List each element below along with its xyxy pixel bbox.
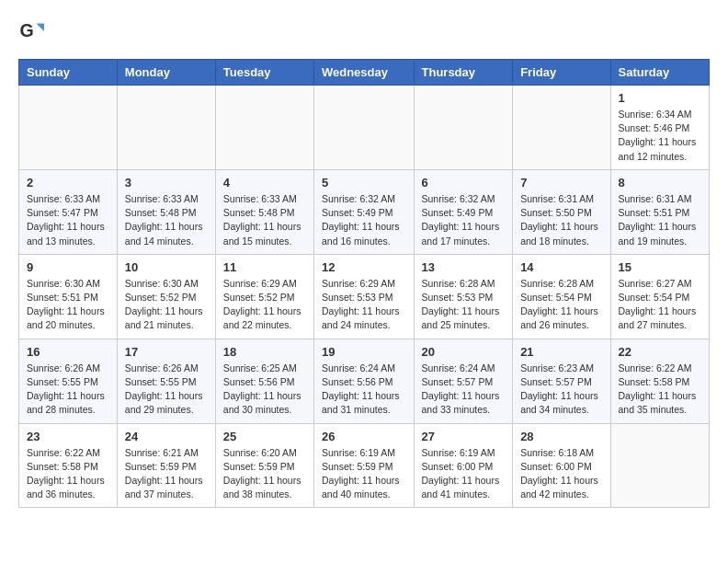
day-info: Sunrise: 6:27 AM Sunset: 5:54 PM Dayligh… [619, 277, 701, 333]
day-info: Sunrise: 6:19 AM Sunset: 5:59 PM Dayligh… [322, 446, 406, 502]
svg-text:G: G [19, 20, 33, 40]
calendar-cell [117, 86, 215, 170]
weekday-header-row: SundayMondayTuesdayWednesdayThursdayFrid… [19, 60, 710, 86]
svg-marker-1 [37, 24, 44, 31]
day-info: Sunrise: 6:18 AM Sunset: 6:00 PM Dayligh… [520, 446, 602, 502]
calendar-cell: 7Sunrise: 6:31 AM Sunset: 5:50 PM Daylig… [513, 169, 610, 254]
calendar-cell: 24Sunrise: 6:21 AM Sunset: 5:59 PM Dayli… [117, 423, 215, 508]
day-info: Sunrise: 6:20 AM Sunset: 5:59 PM Dayligh… [223, 446, 306, 502]
day-info: Sunrise: 6:30 AM Sunset: 5:51 PM Dayligh… [27, 277, 109, 333]
day-info: Sunrise: 6:29 AM Sunset: 5:53 PM Dayligh… [322, 277, 406, 333]
day-number: 8 [619, 176, 701, 190]
week-row-1: 1Sunrise: 6:34 AM Sunset: 5:46 PM Daylig… [19, 86, 710, 170]
day-number: 13 [422, 260, 506, 274]
calendar-cell [215, 86, 313, 170]
weekday-header-wednesday: Wednesday [313, 60, 414, 86]
day-number: 28 [520, 430, 602, 443]
day-info: Sunrise: 6:21 AM Sunset: 5:59 PM Dayligh… [125, 446, 208, 502]
calendar-cell: 19Sunrise: 6:24 AM Sunset: 5:56 PM Dayli… [313, 339, 414, 423]
calendar-cell: 25Sunrise: 6:20 AM Sunset: 5:59 PM Dayli… [215, 423, 313, 508]
day-number: 18 [223, 345, 306, 359]
day-number: 20 [422, 345, 506, 359]
day-number: 5 [322, 176, 406, 190]
calendar-cell: 5Sunrise: 6:32 AM Sunset: 5:49 PM Daylig… [313, 169, 414, 254]
day-number: 14 [520, 260, 602, 274]
day-number: 19 [322, 345, 406, 359]
day-number: 6 [422, 176, 506, 190]
day-info: Sunrise: 6:25 AM Sunset: 5:56 PM Dayligh… [223, 362, 306, 418]
week-row-5: 23Sunrise: 6:22 AM Sunset: 5:58 PM Dayli… [19, 423, 710, 508]
day-info: Sunrise: 6:33 AM Sunset: 5:47 PM Dayligh… [27, 192, 109, 248]
day-number: 15 [619, 260, 701, 274]
calendar-cell [414, 86, 513, 170]
calendar-cell: 16Sunrise: 6:26 AM Sunset: 5:55 PM Dayli… [19, 339, 118, 423]
calendar-cell: 1Sunrise: 6:34 AM Sunset: 5:46 PM Daylig… [610, 86, 709, 170]
calendar-cell [610, 423, 709, 508]
day-number: 2 [27, 176, 109, 190]
logo: G [18, 18, 48, 44]
day-info: Sunrise: 6:26 AM Sunset: 5:55 PM Dayligh… [125, 362, 208, 418]
day-number: 17 [125, 345, 208, 359]
day-info: Sunrise: 6:32 AM Sunset: 5:49 PM Dayligh… [422, 192, 506, 248]
calendar-cell: 6Sunrise: 6:32 AM Sunset: 5:49 PM Daylig… [414, 169, 513, 254]
calendar-cell: 15Sunrise: 6:27 AM Sunset: 5:54 PM Dayli… [610, 254, 709, 339]
calendar-cell: 21Sunrise: 6:23 AM Sunset: 5:57 PM Dayli… [513, 339, 610, 423]
calendar-cell: 8Sunrise: 6:31 AM Sunset: 5:51 PM Daylig… [610, 169, 709, 254]
day-info: Sunrise: 6:34 AM Sunset: 5:46 PM Dayligh… [619, 108, 701, 164]
calendar-cell: 10Sunrise: 6:30 AM Sunset: 5:52 PM Dayli… [117, 254, 215, 339]
calendar-cell: 4Sunrise: 6:33 AM Sunset: 5:48 PM Daylig… [215, 169, 313, 254]
day-info: Sunrise: 6:33 AM Sunset: 5:48 PM Dayligh… [125, 192, 208, 248]
day-info: Sunrise: 6:26 AM Sunset: 5:55 PM Dayligh… [27, 362, 109, 418]
day-number: 22 [619, 345, 701, 359]
calendar-cell [513, 86, 610, 170]
day-info: Sunrise: 6:22 AM Sunset: 5:58 PM Dayligh… [27, 446, 109, 502]
day-info: Sunrise: 6:31 AM Sunset: 5:50 PM Dayligh… [520, 192, 602, 248]
calendar-cell: 23Sunrise: 6:22 AM Sunset: 5:58 PM Dayli… [19, 423, 118, 508]
weekday-header-tuesday: Tuesday [215, 60, 313, 86]
weekday-header-thursday: Thursday [414, 60, 513, 86]
day-info: Sunrise: 6:32 AM Sunset: 5:49 PM Dayligh… [322, 192, 406, 248]
calendar-cell: 13Sunrise: 6:28 AM Sunset: 5:53 PM Dayli… [414, 254, 513, 339]
calendar-cell: 14Sunrise: 6:28 AM Sunset: 5:54 PM Dayli… [513, 254, 610, 339]
page-header: G [18, 18, 710, 44]
day-number: 23 [27, 430, 109, 443]
day-info: Sunrise: 6:31 AM Sunset: 5:51 PM Dayligh… [619, 192, 701, 248]
calendar-cell: 22Sunrise: 6:22 AM Sunset: 5:58 PM Dayli… [610, 339, 709, 423]
calendar-cell: 12Sunrise: 6:29 AM Sunset: 5:53 PM Dayli… [313, 254, 414, 339]
day-number: 24 [125, 430, 208, 443]
day-number: 3 [125, 176, 208, 190]
calendar-cell: 3Sunrise: 6:33 AM Sunset: 5:48 PM Daylig… [117, 169, 215, 254]
day-number: 1 [619, 91, 701, 105]
calendar-cell [19, 86, 118, 170]
day-info: Sunrise: 6:19 AM Sunset: 6:00 PM Dayligh… [422, 446, 506, 502]
day-info: Sunrise: 6:29 AM Sunset: 5:52 PM Dayligh… [223, 277, 306, 333]
week-row-2: 2Sunrise: 6:33 AM Sunset: 5:47 PM Daylig… [19, 169, 710, 254]
day-number: 10 [125, 260, 208, 274]
day-info: Sunrise: 6:23 AM Sunset: 5:57 PM Dayligh… [520, 362, 602, 418]
logo-icon: G [18, 18, 44, 44]
weekday-header-saturday: Saturday [610, 60, 709, 86]
day-number: 27 [422, 430, 506, 443]
weekday-header-sunday: Sunday [19, 60, 118, 86]
day-info: Sunrise: 6:28 AM Sunset: 5:54 PM Dayligh… [520, 277, 602, 333]
day-info: Sunrise: 6:24 AM Sunset: 5:57 PM Dayligh… [422, 362, 506, 418]
day-number: 26 [322, 430, 406, 443]
calendar-cell: 20Sunrise: 6:24 AM Sunset: 5:57 PM Dayli… [414, 339, 513, 423]
calendar-cell: 28Sunrise: 6:18 AM Sunset: 6:00 PM Dayli… [513, 423, 610, 508]
calendar-cell: 27Sunrise: 6:19 AM Sunset: 6:00 PM Dayli… [414, 423, 513, 508]
day-info: Sunrise: 6:30 AM Sunset: 5:52 PM Dayligh… [125, 277, 208, 333]
calendar-cell: 9Sunrise: 6:30 AM Sunset: 5:51 PM Daylig… [19, 254, 118, 339]
day-number: 4 [223, 176, 306, 190]
day-number: 11 [223, 260, 306, 274]
calendar-cell: 2Sunrise: 6:33 AM Sunset: 5:47 PM Daylig… [19, 169, 118, 254]
calendar-cell: 11Sunrise: 6:29 AM Sunset: 5:52 PM Dayli… [215, 254, 313, 339]
day-info: Sunrise: 6:33 AM Sunset: 5:48 PM Dayligh… [223, 192, 306, 248]
calendar-cell: 26Sunrise: 6:19 AM Sunset: 5:59 PM Dayli… [313, 423, 414, 508]
day-number: 21 [520, 345, 602, 359]
day-info: Sunrise: 6:28 AM Sunset: 5:53 PM Dayligh… [422, 277, 506, 333]
day-number: 25 [223, 430, 306, 443]
day-number: 16 [27, 345, 109, 359]
day-number: 12 [322, 260, 406, 274]
weekday-header-monday: Monday [117, 60, 215, 86]
weekday-header-friday: Friday [513, 60, 610, 86]
